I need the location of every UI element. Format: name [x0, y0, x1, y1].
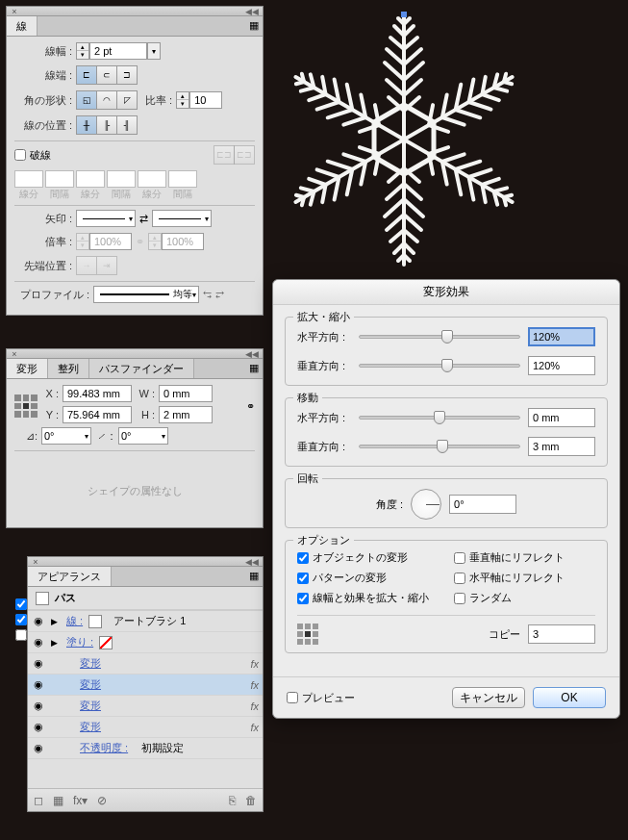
- tab-align[interactable]: 整列: [48, 359, 89, 378]
- stepper-down-icon[interactable]: ▾: [77, 51, 88, 59]
- corner-round-icon[interactable]: ◠: [96, 90, 117, 110]
- add-effect-icon[interactable]: fx▾: [73, 794, 88, 807]
- appearance-row-effect[interactable]: ◉ 変形 fx: [28, 653, 263, 675]
- flip-h-icon[interactable]: ⥃: [203, 289, 212, 301]
- opt-reflect-v[interactable]: 垂直軸にリフレクト: [454, 550, 595, 565]
- stepper-up-icon[interactable]: ▴: [77, 43, 88, 51]
- appearance-panel: × ◀◀ アピアランス ▦ パス ◉ ▶ 線 : アートブラシ 1 ◉ ▶ 塗り…: [27, 556, 264, 812]
- scale-h-slider[interactable]: [359, 335, 520, 339]
- corner-miter-icon[interactable]: ◱: [76, 90, 97, 110]
- ratio-field[interactable]: [189, 91, 222, 109]
- angle-field[interactable]: 0°▾: [41, 427, 91, 445]
- corner-bevel-icon[interactable]: ◸: [116, 90, 138, 110]
- weight-input[interactable]: ▴▾ ▾: [76, 42, 161, 60]
- tab-pathfinder[interactable]: パスファインダー: [89, 359, 194, 378]
- profile-dropdown[interactable]: 均等 ▾: [93, 286, 199, 303]
- tab-appearance[interactable]: アピアランス: [28, 567, 112, 586]
- visibility-icon[interactable]: ◉: [32, 700, 45, 712]
- new-stroke-icon[interactable]: ◻: [34, 794, 43, 807]
- scale-v-field[interactable]: [528, 356, 595, 375]
- visibility-icon[interactable]: ◉: [32, 636, 45, 649]
- appearance-row-fill[interactable]: ◉ ▶ 塗り :: [28, 632, 263, 653]
- opt-reflect-h[interactable]: 水平軸にリフレクト: [454, 571, 595, 585]
- stray-checkbox-3[interactable]: [15, 629, 27, 641]
- move-v-field[interactable]: [528, 437, 595, 456]
- svg-line-4: [404, 80, 421, 95]
- opt-transform-pattern[interactable]: パターンの変形: [297, 571, 439, 585]
- weight-field[interactable]: [89, 42, 147, 60]
- dashed-checkbox[interactable]: 破線: [14, 148, 51, 163]
- fill-swatch[interactable]: [99, 636, 113, 649]
- ok-button[interactable]: OK: [533, 687, 606, 708]
- panel-menu-icon[interactable]: ▦: [247, 361, 261, 374]
- opt-transform-object[interactable]: オブジェクトの変形: [297, 550, 439, 565]
- y-field[interactable]: [63, 406, 132, 423]
- scale-v-slider[interactable]: [359, 364, 520, 368]
- tab-stroke[interactable]: 線: [7, 16, 38, 36]
- panel-titlebar[interactable]: × ◀◀: [7, 349, 263, 359]
- panel-titlebar[interactable]: × ◀◀: [28, 557, 263, 567]
- x-field[interactable]: [63, 385, 132, 402]
- close-icon[interactable]: ×: [32, 558, 39, 566]
- panel-titlebar[interactable]: × ◀◀: [7, 7, 263, 16]
- align-center-icon[interactable]: ╫: [76, 115, 97, 135]
- h-field[interactable]: [159, 406, 213, 423]
- scale-h-field[interactable]: [528, 327, 595, 346]
- cap-round-icon[interactable]: ⊂: [96, 65, 117, 85]
- w-field[interactable]: [159, 385, 213, 402]
- duplicate-icon[interactable]: ⎘: [229, 794, 236, 807]
- tab-transform[interactable]: 変形: [7, 359, 48, 378]
- clear-icon[interactable]: ⊘: [97, 794, 107, 807]
- trash-icon[interactable]: 🗑: [245, 794, 257, 807]
- appearance-row-effect[interactable]: ◉ 変形 fx: [28, 696, 263, 717]
- cap-butt-icon[interactable]: ⊏: [76, 65, 97, 85]
- cancel-button[interactable]: キャンセル: [452, 687, 525, 708]
- appearance-row-opacity[interactable]: ◉ 不透明度 : 初期設定: [28, 738, 263, 759]
- stray-checkbox-1[interactable]: [15, 598, 27, 610]
- appearance-row-effect[interactable]: ◉ 変形 fx: [28, 717, 263, 738]
- flip-v-icon[interactable]: ⥂: [215, 289, 224, 301]
- arrow-end-dropdown[interactable]: ▾: [152, 210, 212, 227]
- preview-checkbox[interactable]: プレビュー: [287, 691, 355, 705]
- constrain-icon[interactable]: ⚭: [246, 400, 255, 413]
- arrow-start-dropdown[interactable]: ▾: [76, 210, 136, 227]
- angle-dial[interactable]: [411, 489, 441, 520]
- panel-menu-icon[interactable]: ▦: [247, 18, 261, 32]
- visibility-icon[interactable]: ◉: [32, 678, 45, 691]
- close-icon[interactable]: ×: [11, 8, 18, 15]
- visibility-icon[interactable]: ◉: [32, 615, 45, 627]
- visibility-icon[interactable]: ◉: [32, 657, 45, 670]
- visibility-icon[interactable]: ◉: [32, 721, 45, 733]
- ratio-input[interactable]: ▴▾: [176, 91, 222, 109]
- move-v-slider[interactable]: [359, 445, 520, 448]
- stroke-swatch[interactable]: [88, 615, 102, 628]
- dropdown-arrow-icon[interactable]: ▾: [147, 42, 161, 60]
- expand-icon[interactable]: ▶: [51, 617, 61, 626]
- swap-icon[interactable]: ⇄: [139, 213, 148, 225]
- shear-field[interactable]: 0°▾: [118, 427, 168, 445]
- copy-field[interactable]: [528, 624, 595, 644]
- appearance-row-stroke[interactable]: ◉ ▶ 線 : アートブラシ 1: [28, 611, 263, 632]
- weight-label: 線幅 :: [14, 44, 72, 59]
- align-inside-icon[interactable]: ╟: [96, 115, 117, 135]
- close-icon[interactable]: ×: [11, 350, 18, 358]
- stray-checkbox-2[interactable]: [15, 614, 27, 625]
- align-outside-icon[interactable]: ╢: [116, 115, 138, 135]
- move-h-slider[interactable]: [359, 416, 520, 420]
- collapse-icon[interactable]: ◀◀: [245, 7, 259, 16]
- path-title: パス: [28, 587, 263, 610]
- move-h-field[interactable]: [528, 408, 595, 427]
- panel-menu-icon[interactable]: ▦: [247, 569, 261, 582]
- collapse-icon[interactable]: ◀◀: [245, 557, 259, 567]
- opt-random[interactable]: ランダム: [454, 591, 595, 605]
- collapse-icon[interactable]: ◀◀: [245, 349, 259, 359]
- angle-field[interactable]: [449, 495, 516, 514]
- new-fill-icon[interactable]: ▦: [53, 794, 63, 807]
- cap-square-icon[interactable]: ⊐: [116, 65, 138, 85]
- reference-point-icon[interactable]: [297, 624, 318, 645]
- reference-point-icon[interactable]: [14, 395, 38, 418]
- opt-scale-stroke[interactable]: 線幅と効果を拡大・縮小: [297, 591, 439, 605]
- visibility-icon[interactable]: ◉: [32, 742, 45, 754]
- appearance-row-effect[interactable]: ◉ 変形 fx: [28, 675, 263, 696]
- expand-icon[interactable]: ▶: [51, 638, 61, 648]
